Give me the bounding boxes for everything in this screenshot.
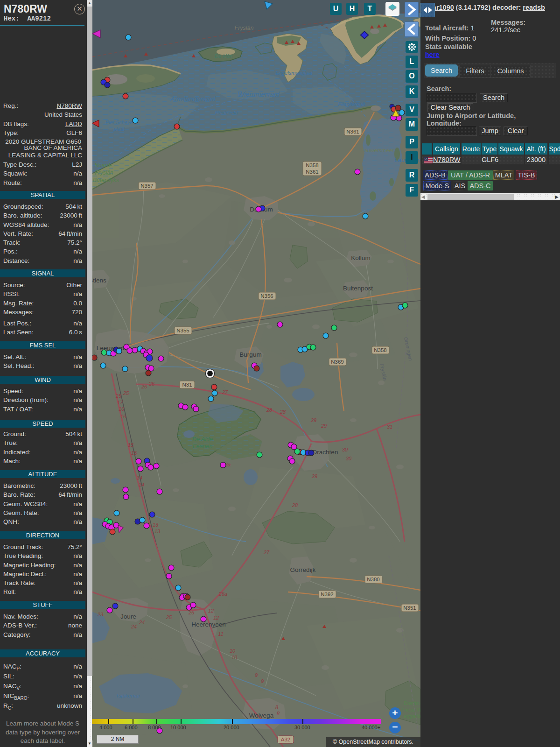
svg-text:Wierumerwad: Wierumerwad (238, 91, 280, 98)
svg-text:N356: N356 (260, 293, 273, 299)
svg-text:Tsjûkemar: Tsjûkemar (116, 693, 141, 698)
svg-text:12: 12 (208, 608, 214, 613)
svg-text:Buitenpost: Buitenpost (343, 285, 373, 292)
svg-text:N358: N358 (374, 347, 387, 353)
svg-text:Gorredijk: Gorredijk (290, 566, 316, 573)
svg-text:9: 9 (255, 672, 258, 678)
svg-text:15: 15 (131, 450, 137, 456)
svg-text:29: 29 (311, 473, 317, 479)
svg-text:8: 8 (277, 711, 280, 716)
svg-text:Fryslân: Fryslân (235, 25, 254, 31)
svg-text:25: 25 (115, 393, 122, 399)
svg-text:10: 10 (231, 655, 238, 660)
svg-text:23: 23 (97, 612, 104, 617)
svg-text:A32: A32 (281, 737, 290, 742)
svg-text:N380: N380 (367, 577, 380, 582)
svg-text:28: 28 (266, 407, 273, 413)
svg-text:24: 24 (139, 620, 145, 625)
svg-text:Burgum: Burgum (239, 351, 261, 358)
svg-text:Filanderbult: Filanderbult (338, 101, 365, 107)
svg-text:31: 31 (387, 424, 392, 430)
svg-text:28: 28 (292, 502, 298, 508)
svg-text:12: 12 (213, 615, 219, 620)
svg-text:14: 14 (139, 482, 144, 487)
svg-text:N358: N358 (306, 162, 319, 168)
svg-text:N355: N355 (176, 328, 189, 333)
svg-text:26: 26 (141, 384, 147, 389)
svg-text:Fryslân: Fryslân (95, 169, 113, 176)
svg-text:Piet Scheve: Piet Scheve (105, 120, 133, 125)
svg-text:24: 24 (131, 624, 137, 629)
svg-text:14: 14 (137, 475, 142, 480)
svg-text:Feanen: Feanen (193, 443, 212, 450)
svg-text:Heideveld: Heideveld (215, 110, 238, 115)
svg-text:Drents-: Drents- (404, 700, 420, 706)
svg-text:plaat: plaat (113, 126, 125, 132)
svg-text:N361: N361 (346, 129, 359, 134)
svg-text:26: 26 (148, 381, 155, 387)
svg-text:Noard-: Noard- (95, 162, 112, 169)
svg-text:N361: N361 (306, 169, 319, 175)
svg-text:27: 27 (222, 389, 228, 395)
svg-text:Engelsmanplaat: Engelsmanplaat (276, 70, 313, 76)
svg-text:11: 11 (218, 631, 223, 637)
svg-text:N31: N31 (182, 382, 192, 388)
svg-text:N369: N369 (331, 359, 344, 365)
svg-text:Friese Wo: Friese Wo (401, 707, 420, 712)
svg-text:27: 27 (263, 550, 270, 555)
svg-text:Wolvega: Wolvega (249, 712, 274, 719)
svg-text:9: 9 (261, 678, 264, 684)
svg-text:eggelder: eggelder (404, 713, 420, 719)
svg-text:29: 29 (321, 423, 327, 429)
svg-text:Stiens: Stiens (92, 277, 106, 284)
svg-text:25: 25 (123, 390, 129, 396)
svg-text:Joure: Joure (120, 613, 136, 620)
svg-text:30: 30 (346, 456, 352, 461)
svg-text:25: 25 (166, 614, 172, 620)
svg-text:13: 13 (153, 522, 159, 528)
svg-text:Kollum: Kollum (351, 254, 370, 261)
svg-text:De Alde: De Alde (192, 436, 213, 443)
svg-text:15: 15 (128, 442, 134, 448)
svg-text:26a: 26a (218, 591, 227, 597)
svg-text:N357: N357 (140, 183, 154, 189)
svg-text:10: 10 (230, 648, 236, 654)
svg-text:Drachten: Drachten (313, 449, 338, 456)
svg-text:30: 30 (342, 447, 348, 452)
svg-text:28: 28 (280, 409, 286, 415)
svg-text:Lauwersmeer: Lauwersmeer (361, 148, 394, 153)
svg-text:Bûtendyks: Bûtendyks (93, 177, 119, 183)
svg-text:16: 16 (120, 414, 126, 419)
svg-text:16: 16 (119, 406, 125, 412)
svg-text:29: 29 (310, 417, 316, 423)
svg-text:17: 17 (117, 400, 123, 405)
svg-text:Heerenveen: Heerenveen (191, 621, 226, 628)
svg-text:N351: N351 (403, 605, 416, 611)
svg-text:De Hôn: De Hôn (215, 53, 233, 59)
svg-text:N392: N392 (321, 592, 334, 597)
svg-text:13: 13 (154, 529, 161, 534)
svg-text:8: 8 (275, 705, 279, 710)
svg-text:Amelanderwad: Amelanderwad (170, 95, 216, 103)
svg-text:26: 26 (188, 610, 195, 615)
